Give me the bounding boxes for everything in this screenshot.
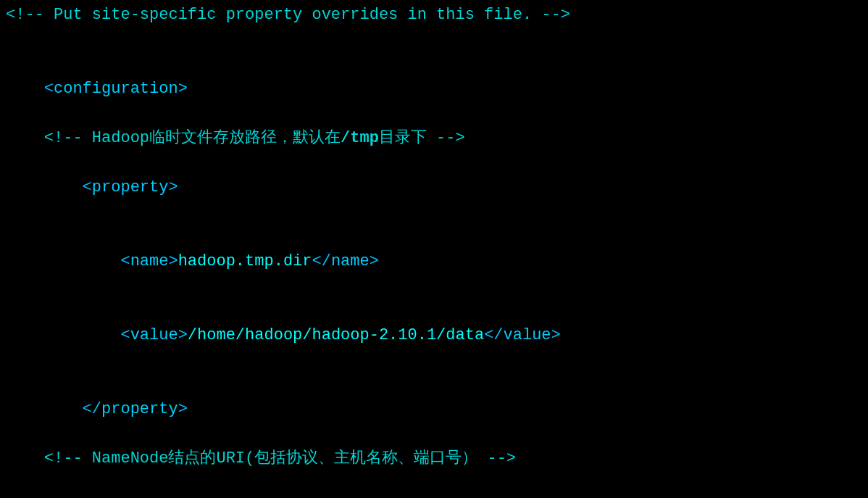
line-7: <value>/home/hadoop/hadoop-2.10.1/data</… [6,299,862,373]
l7-name: value [130,326,178,344]
l7-close1: > [178,326,188,344]
line-10: <property> [6,471,862,498]
l5-close: > [168,178,178,196]
l6-open2: </ [312,252,331,270]
l8-tag: property [101,400,178,418]
line-5: <property> [6,151,862,225]
l7-value: /home/hadoop/hadoop-2.10.1/data [188,326,484,344]
close-bracket: > [178,80,188,98]
line-8: </property> [6,373,862,447]
l6-close1: > [168,252,178,270]
l5-open: < [44,178,92,196]
open-bracket: < [44,80,54,98]
l7-name2: value [504,326,551,344]
l6-open1: < [44,252,130,270]
line-1: <!-- Put site-specific property override… [6,3,862,28]
l6-name2: name [331,252,370,270]
tag-name-conf: configuration [54,80,178,98]
l7-close2: > [551,326,561,344]
l7-open2: </ [484,326,503,344]
line-4: <!-- Hadoop临时文件存放路径，默认在/tmp目录下 --> [6,126,862,151]
l7-open1: < [44,326,130,344]
l8-open: </ [44,400,101,418]
l6-name: name [130,252,169,270]
line-9: <!-- NameNode结点的URI(包括协议、主机名称、端口号） --> [6,447,862,471]
terminal-window: <!-- Put site-specific property override… [0,0,868,498]
line-3: <configuration> [6,52,862,126]
l6-value: hadoop.tmp.dir [178,252,312,270]
line-6: <name>hadoop.tmp.dir</name> [6,225,862,299]
line-2 [6,28,862,52]
l8-close: > [178,400,188,418]
l5-tag: property [92,178,169,196]
l6-close2: > [370,252,379,270]
